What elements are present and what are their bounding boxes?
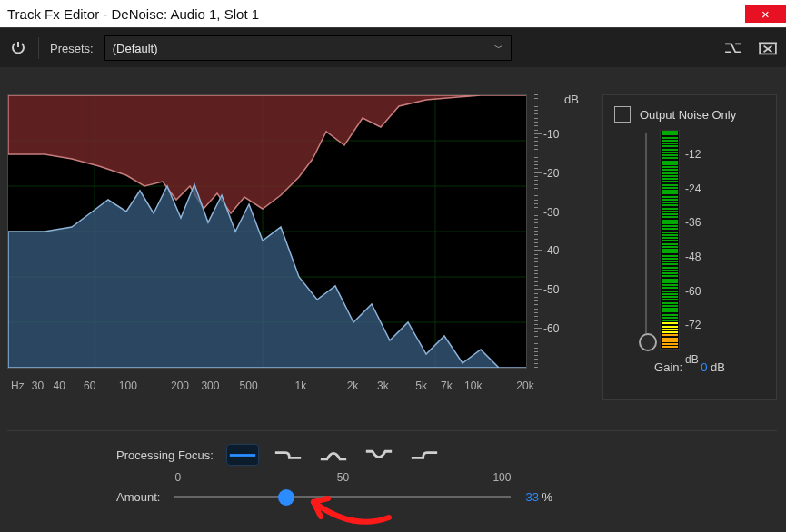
- chevron-down-icon: ﹀: [494, 42, 503, 54]
- band-icon: [318, 448, 349, 463]
- amount-mid: 50: [337, 471, 349, 484]
- power-icon: [11, 41, 25, 55]
- spectrum-svg: [8, 95, 526, 368]
- hz-unit-label: Hz: [11, 379, 25, 392]
- spectrum-panel: dB -10-20-30-40-50-60 Hz 304060100200300…: [7, 94, 584, 412]
- amount-row: Amount: 0 50 100 33 %: [116, 486, 777, 507]
- close-icon: ×: [761, 6, 770, 22]
- db-unit-label: dB: [564, 93, 579, 106]
- notch-icon: [363, 448, 394, 463]
- processing-focus-label: Processing Focus:: [116, 448, 214, 462]
- preset-dropdown[interactable]: (Default) ﹀: [104, 35, 512, 61]
- amount-value[interactable]: 33 %: [525, 490, 552, 504]
- level-meter: [660, 130, 680, 350]
- spectrum-display[interactable]: [7, 94, 527, 369]
- highshelf-icon: [409, 448, 440, 463]
- focus-band-button[interactable]: [317, 444, 350, 466]
- window-title: Track Fx Editor - DeNoise: Audio 1, Slot…: [7, 6, 745, 22]
- focus-flat-button[interactable]: [226, 444, 259, 466]
- output-noise-checkbox[interactable]: Output Noise Only: [614, 106, 765, 123]
- amount-max: 100: [492, 471, 511, 484]
- focus-lowshelf-button[interactable]: [272, 444, 304, 466]
- delete-preset-button[interactable]: [759, 41, 777, 55]
- lowshelf-icon: [273, 448, 303, 463]
- amount-thumb[interactable]: [278, 489, 294, 506]
- meter-labels: -12-24-36-48-60-72dB: [685, 130, 740, 348]
- amount-min: 0: [174, 471, 181, 484]
- output-noise-label: Output Noise Only: [640, 108, 736, 122]
- trash-x-icon: [759, 41, 777, 55]
- route-button[interactable]: [724, 41, 742, 55]
- amount-label: Amount:: [116, 490, 160, 504]
- body: dB -10-20-30-40-50-60 Hz 304060100200300…: [0, 67, 786, 532]
- processing-focus-row: Processing Focus:: [116, 444, 777, 466]
- gain-thumb[interactable]: [639, 333, 657, 351]
- focus-highshelf-button[interactable]: [408, 444, 441, 466]
- close-button[interactable]: ×: [745, 5, 786, 23]
- flat-icon: [227, 448, 258, 463]
- preset-value: (Default): [113, 42, 158, 55]
- meter-area: -12-24-36-48-60-72dB: [603, 130, 776, 357]
- power-button[interactable]: [9, 39, 27, 57]
- route-icon: [724, 41, 742, 55]
- window: Track Fx Editor - DeNoise: Audio 1, Slot…: [0, 0, 786, 532]
- separator: [38, 37, 39, 59]
- focus-notch-button[interactable]: [363, 444, 395, 466]
- toolbar: Presets: (Default) ﹀: [0, 27, 786, 69]
- bottom-controls: Processing Focus: Amount:: [7, 430, 777, 532]
- checkbox-icon: [614, 106, 631, 123]
- presets-label: Presets:: [50, 42, 94, 55]
- side-panel: Output Noise Only -12-24-36-48-60-72dB G…: [602, 94, 777, 400]
- title-bar: Track Fx Editor - DeNoise: Audio 1, Slot…: [0, 0, 786, 27]
- hz-axis: Hz 3040601002003005001k2k3k5k7k10k20k: [7, 374, 525, 396]
- gain-value[interactable]: 0 dB: [701, 360, 725, 374]
- db-ruler: dB -10-20-30-40-50-60: [534, 94, 584, 367]
- amount-slider[interactable]: 0 50 100: [174, 486, 511, 507]
- gain-slider[interactable]: [642, 133, 651, 346]
- gain-label: Gain:: [654, 360, 682, 374]
